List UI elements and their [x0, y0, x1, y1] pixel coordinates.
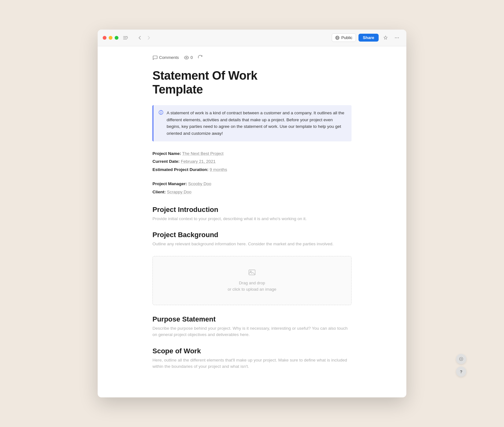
client-value[interactable]: Scrappy Doo — [167, 190, 192, 194]
upload-icon — [159, 269, 345, 277]
svg-point-3 — [336, 36, 339, 39]
upload-text-line1: Drag and drop — [239, 281, 265, 285]
title-bar: Public Share — [98, 30, 406, 46]
title-bar-left — [103, 34, 152, 42]
client-row: Client: Scrappy Doo — [152, 189, 352, 196]
refresh-icon — [198, 55, 203, 60]
info-box: A statement of work is a kind of contrac… — [152, 105, 352, 141]
svg-rect-14 — [249, 270, 255, 275]
project-name-value[interactable]: The Next Best Project — [182, 151, 223, 156]
section-placeholder-introduction[interactable]: Provide initial context to your project,… — [152, 216, 352, 222]
svg-point-13 — [161, 111, 161, 112]
svg-point-8 — [397, 37, 397, 38]
views-count: 0 — [191, 55, 193, 60]
svg-rect-2 — [123, 39, 127, 39]
svg-point-9 — [398, 37, 399, 38]
public-button[interactable]: Public — [332, 33, 356, 42]
duration-row: Estimated Project Duration: 9 months — [152, 166, 352, 173]
views-toolbar-item[interactable]: 0 — [184, 55, 193, 60]
section-heading-purpose: Purpose Statement — [152, 315, 352, 323]
comments-toolbar-item[interactable]: Comments — [152, 55, 179, 60]
manager-row: Project Manager: Scooby Doo — [152, 180, 352, 187]
eye-icon — [184, 55, 189, 60]
duration-value[interactable]: 9 months — [210, 167, 227, 172]
share-button[interactable]: Share — [358, 34, 379, 42]
more-options-button[interactable] — [392, 33, 401, 42]
globe-icon — [335, 36, 340, 40]
svg-point-7 — [395, 37, 396, 38]
nav-icons — [136, 34, 152, 42]
client-label: Client: — [152, 190, 166, 194]
floating-buttons: ? — [456, 354, 466, 377]
manager-value[interactable]: Scooby Doo — [188, 181, 211, 186]
doc-toolbar: Comments 0 — [152, 54, 352, 60]
star-button[interactable] — [381, 33, 390, 42]
svg-rect-1 — [123, 37, 126, 38]
svg-point-4 — [337, 36, 338, 39]
maximize-button[interactable] — [115, 36, 118, 40]
comments-label: Comments — [159, 55, 179, 60]
help-label: ? — [460, 369, 462, 374]
manager-label: Project Manager: — [152, 181, 187, 186]
project-name-row: Project Name: The Next Best Project — [152, 150, 352, 157]
back-button[interactable] — [136, 34, 144, 42]
people-section: Project Manager: Scooby Doo Client: Scra… — [152, 180, 352, 195]
sidebar-toggle[interactable] — [122, 34, 129, 42]
document-container: Comments 0 Statement Of Work — [145, 46, 359, 397]
minimize-button[interactable] — [109, 36, 112, 40]
section-placeholder-scope[interactable]: Here, outline all the different elements… — [152, 357, 352, 370]
image-upload-box[interactable]: Drag and drop or click to upload an imag… — [152, 256, 352, 305]
svg-point-17 — [461, 358, 462, 360]
float-btn-1[interactable] — [456, 354, 466, 364]
info-icon — [158, 110, 163, 116]
forward-button[interactable] — [145, 34, 152, 42]
duration-label: Estimated Project Duration: — [152, 167, 209, 172]
float-btn-help[interactable]: ? — [456, 367, 466, 377]
project-name-label: Project Name: — [152, 151, 181, 156]
section-heading-background: Project Background — [152, 231, 352, 239]
upload-text-line2: or click to upload an image — [228, 287, 277, 292]
title-bar-right: Public Share — [332, 33, 401, 42]
document-title: Statement Of WorkTemplate — [152, 69, 352, 96]
current-date-row: Current Date: February 21, 2021 — [152, 158, 352, 165]
current-date-label: Current Date: — [152, 159, 180, 164]
svg-rect-0 — [123, 36, 128, 37]
metadata-section: Project Name: The Next Best Project Curr… — [152, 150, 352, 173]
section-placeholder-background[interactable]: Outline any relevant background informat… — [152, 241, 352, 247]
refresh-toolbar-item[interactable] — [198, 55, 203, 60]
info-box-text: A statement of work is a kind of contrac… — [167, 110, 346, 137]
section-heading-scope: Scope of Work — [152, 347, 352, 355]
section-placeholder-purpose[interactable]: Describe the purpose behind your project… — [152, 325, 352, 338]
traffic-lights — [103, 36, 118, 40]
app-window: Public Share — [98, 30, 406, 397]
close-button[interactable] — [103, 36, 106, 40]
public-label: Public — [341, 35, 352, 40]
comment-icon — [152, 55, 158, 60]
content-area[interactable]: Comments 0 Statement Of Work — [98, 46, 406, 397]
upload-text: Drag and drop or click to upload an imag… — [159, 280, 345, 292]
section-heading-introduction: Project Introduction — [152, 206, 352, 214]
svg-point-10 — [186, 57, 187, 58]
current-date-value[interactable]: February 21, 2021 — [181, 159, 215, 164]
